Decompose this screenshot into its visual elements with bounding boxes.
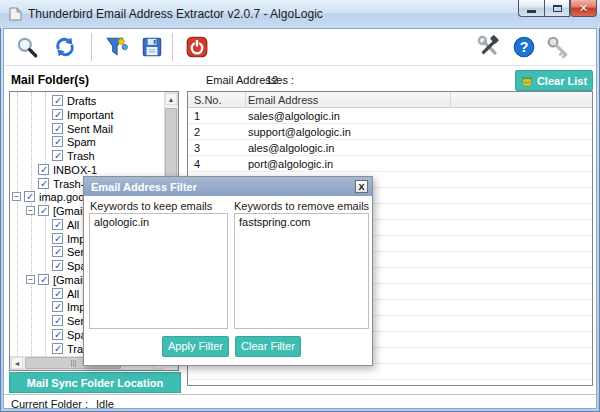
folder-checkbox[interactable] bbox=[38, 164, 49, 175]
clear-filter-button[interactable]: Clear Filter bbox=[235, 336, 301, 357]
folder-checkbox[interactable] bbox=[52, 315, 63, 326]
folder-label: Drafts bbox=[67, 94, 96, 108]
cell-sno: 2 bbox=[194, 124, 200, 140]
scroll-up-button[interactable]: ▲ bbox=[165, 93, 177, 105]
close-button[interactable]: ✕ bbox=[570, 0, 597, 17]
toolbar-separator bbox=[91, 33, 92, 61]
status-label: Current Folder : bbox=[11, 398, 88, 410]
exit-button[interactable] bbox=[185, 35, 209, 59]
svg-text:?: ? bbox=[520, 39, 529, 55]
folder-label: Trash bbox=[67, 149, 95, 163]
expand-toggle-icon[interactable]: − bbox=[12, 192, 21, 201]
apply-filter-button[interactable]: Apply Filter bbox=[162, 336, 229, 357]
refresh-button[interactable] bbox=[53, 35, 77, 59]
table-header: S.No. Email Address bbox=[188, 92, 592, 108]
minimize-icon bbox=[527, 10, 536, 13]
app-icon bbox=[8, 7, 23, 21]
cell-sno: 1 bbox=[194, 108, 200, 124]
status-divider bbox=[4, 394, 596, 395]
minimize-button[interactable] bbox=[518, 0, 544, 17]
power-icon bbox=[185, 35, 209, 59]
status-value: Idle bbox=[96, 398, 114, 410]
close-icon: ✕ bbox=[579, 3, 588, 14]
remove-keywords-label: Keywords to remove emails bbox=[234, 200, 369, 212]
folder-checkbox[interactable] bbox=[52, 95, 63, 106]
dialog-title: Email Address Filter bbox=[91, 181, 197, 193]
folder-checkbox[interactable] bbox=[52, 136, 63, 147]
folder-checkbox[interactable] bbox=[52, 343, 63, 354]
column-header-sno: S.No. bbox=[194, 92, 222, 108]
tree-row[interactable]: Sent Mail bbox=[10, 122, 165, 136]
tree-row[interactable]: INBOX-1 bbox=[10, 163, 165, 177]
key-icon bbox=[546, 35, 570, 59]
folder-checkbox[interactable] bbox=[38, 178, 49, 189]
license-key-button[interactable] bbox=[546, 35, 570, 59]
folder-label: INBOX-1 bbox=[53, 163, 97, 177]
folder-checkbox[interactable] bbox=[52, 329, 63, 340]
email-count-label: Email Addresses : bbox=[206, 74, 294, 86]
keep-keywords-label: Keywords to keep emails bbox=[90, 200, 212, 212]
tree-row[interactable]: Spam bbox=[10, 135, 165, 149]
dialog-close-button[interactable]: X bbox=[355, 180, 368, 193]
table-row[interactable]: 4port@algologic.in bbox=[188, 156, 592, 172]
folder-checkbox[interactable] bbox=[52, 301, 63, 312]
save-button[interactable] bbox=[140, 35, 164, 59]
trash-icon bbox=[521, 75, 533, 87]
mail-sync-label: Mail Sync Folder Location bbox=[27, 377, 163, 389]
status-bar: Current Folder :Idle bbox=[11, 398, 114, 410]
vertical-scroll-thumb[interactable] bbox=[165, 108, 177, 178]
window-title: Thunderbird Email Address Extractor v2.0… bbox=[28, 7, 323, 21]
clear-list-label: Clear List bbox=[537, 75, 587, 87]
folder-checkbox[interactable] bbox=[38, 205, 49, 216]
tree-row[interactable]: Drafts bbox=[10, 94, 165, 108]
section-header-row: Mail Folder(s) Email Addresses : 12 Clea… bbox=[4, 65, 596, 91]
mail-folders-label: Mail Folder(s) bbox=[11, 73, 89, 87]
cell-email: port@algologic.in bbox=[248, 156, 333, 172]
cell-email: sales@algologic.in bbox=[248, 108, 340, 124]
column-header-email: Email Address bbox=[248, 92, 318, 108]
folder-label: Important bbox=[67, 108, 113, 122]
main-content: ? Mail Folder(s) Email Addresses : 12 bbox=[3, 28, 597, 409]
cell-sno: 3 bbox=[194, 140, 200, 156]
dialog-title-bar[interactable]: Email Address Filter X bbox=[84, 177, 372, 196]
search-button[interactable] bbox=[15, 35, 39, 59]
mail-sync-folder-location-button[interactable]: Mail Sync Folder Location bbox=[9, 372, 181, 393]
table-row[interactable]: 1sales@algologic.in bbox=[188, 108, 592, 124]
expand-toggle-icon[interactable]: − bbox=[26, 275, 35, 284]
folder-checkbox[interactable] bbox=[24, 191, 35, 202]
maximize-button[interactable] bbox=[544, 0, 570, 17]
expand-toggle-icon[interactable]: − bbox=[26, 206, 35, 215]
table-row[interactable]: 2support@algologic.in bbox=[188, 124, 592, 140]
tree-row[interactable]: Trash bbox=[10, 149, 165, 163]
keep-keywords-textarea[interactable]: algologic.in bbox=[89, 213, 228, 329]
filter-icon bbox=[104, 35, 128, 59]
help-button[interactable]: ? bbox=[512, 35, 536, 59]
clear-list-button[interactable]: Clear List bbox=[515, 70, 593, 91]
remove-keywords-textarea[interactable]: fastspring.com bbox=[234, 213, 369, 329]
tools-button[interactable] bbox=[477, 35, 501, 59]
cell-email: ales@algologic.in bbox=[248, 140, 334, 156]
title-bar[interactable]: Thunderbird Email Address Extractor v2.0… bbox=[0, 0, 600, 28]
folder-checkbox[interactable] bbox=[52, 288, 63, 299]
search-icon bbox=[15, 35, 39, 59]
table-row[interactable]: 3ales@algologic.in bbox=[188, 140, 592, 156]
folder-checkbox[interactable] bbox=[52, 246, 63, 257]
folder-checkbox[interactable] bbox=[52, 233, 63, 244]
folder-checkbox[interactable] bbox=[38, 274, 49, 285]
folder-checkbox[interactable] bbox=[52, 219, 63, 230]
folder-checkbox[interactable] bbox=[52, 150, 63, 161]
folder-checkbox[interactable] bbox=[52, 123, 63, 134]
save-icon bbox=[140, 35, 164, 59]
app-window: Thunderbird Email Address Extractor v2.0… bbox=[0, 0, 600, 412]
folder-checkbox[interactable] bbox=[52, 260, 63, 271]
refresh-icon bbox=[53, 35, 77, 59]
filter-button[interactable] bbox=[104, 35, 128, 59]
toolbar-separator bbox=[172, 33, 173, 61]
folder-checkbox[interactable] bbox=[52, 109, 63, 120]
scroll-left-button[interactable]: ◄ bbox=[11, 357, 23, 369]
folder-label: Sent Mail bbox=[67, 122, 113, 136]
email-count-value: 12 bbox=[266, 74, 278, 86]
tree-row[interactable]: Important bbox=[10, 108, 165, 122]
maximize-icon bbox=[553, 5, 562, 12]
cell-email: support@algologic.in bbox=[248, 124, 351, 140]
